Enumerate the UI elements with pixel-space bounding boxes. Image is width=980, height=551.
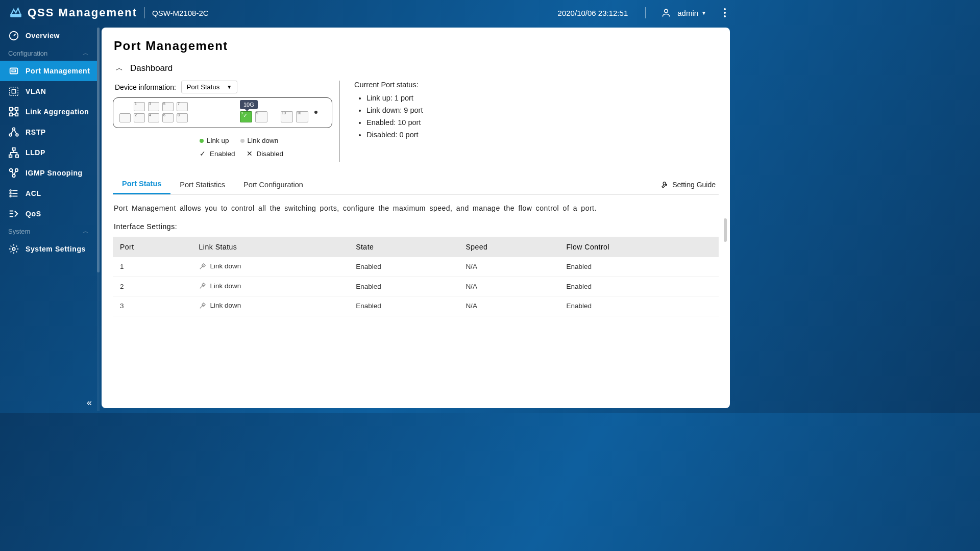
sidebar-section-configuration[interactable]: Configuration ︿ [0,46,97,61]
port-status-summary: Current Port status: Link up: 1 port Lin… [354,81,423,162]
col-port: Port [113,237,192,257]
sidebar-item-igmp-snooping[interactable]: IGMP Snooping [0,163,97,183]
list-icon [8,188,19,199]
svg-point-21 [10,193,11,194]
dot-grey-icon [240,139,244,143]
sidebar-item-qos[interactable]: QoS [0,204,97,224]
svg-rect-15 [9,155,12,158]
tab-port-configuration[interactable]: Port Configuration [234,176,312,194]
svg-rect-10 [15,113,18,116]
user-icon [661,8,671,18]
table-row[interactable]: 1Link downEnabledN/AEnabled [113,257,719,277]
tab-port-status[interactable]: Port Status [113,174,170,194]
description-text: Port Management allows you to control al… [114,204,718,212]
port-slot[interactable] [119,113,131,122]
svg-point-1 [665,9,668,13]
tab-port-statistics[interactable]: Port Statistics [170,176,234,194]
gear-icon [8,243,19,255]
topology-icon [8,147,19,158]
vlan-icon [8,86,19,97]
header-divider [144,7,145,18]
svg-rect-4 [12,70,15,72]
clock: 2020/10/06 23:12:51 [558,9,628,17]
app-header: QSS Management QSW-M2108-2C 2020/10/06 2… [0,0,735,26]
col-speed: Speed [458,237,559,257]
snooping-icon [8,167,19,179]
caret-down-icon: ▼ [701,10,706,16]
user-menu[interactable]: admin ▼ [661,8,706,18]
device-model: QSW-M2108-2C [152,9,209,17]
collapse-sidebar-icon[interactable]: « [87,397,92,408]
app-title: QSS Management [28,6,137,19]
svg-point-19 [12,174,15,178]
tab-bar: Port Status Port Statistics Port Configu… [113,174,719,195]
col-state: State [349,237,458,257]
port-10b[interactable]: 10 [296,111,308,122]
chevron-up-icon: ︿ [83,49,89,58]
check-icon: Enabled [200,147,235,161]
svg-rect-16 [16,155,18,158]
wrench-icon [661,181,669,189]
port-4[interactable]: 4 [148,113,159,122]
table-row[interactable]: 3Link downEnabledN/AEnabled [113,296,719,316]
svg-rect-5 [10,87,18,96]
chevron-up-icon: ︿ [83,227,89,236]
svg-point-22 [10,195,11,197]
port-icon [8,65,19,77]
sidebar-item-lldp[interactable]: LLDP [0,142,97,163]
sidebar-scrollbar[interactable] [97,28,100,411]
chevron-up-icon: ︿ [116,64,123,73]
port-9b[interactable]: 9 [255,111,267,122]
sidebar-item-port-management[interactable]: Port Management [0,61,97,81]
sidebar-item-rstp[interactable]: RSTP [0,122,97,142]
tree-icon [8,127,19,138]
port-10[interactable]: 10 [281,111,293,122]
sidebar-item-overview[interactable]: Overview [0,26,97,46]
dashboard-toggle[interactable]: ︿ Dashboard [113,63,719,73]
interface-settings-label: Interface Settings: [113,222,719,231]
sidebar-item-link-aggregation[interactable]: Link Aggregation [0,102,97,122]
svg-rect-6 [12,89,15,93]
svg-rect-7 [10,108,13,111]
svg-rect-3 [10,68,18,74]
dot-green-icon [200,139,204,143]
col-link-status: Link Status [192,237,349,257]
table-row[interactable]: 2Link downEnabledN/AEnabled [113,277,719,296]
port-9[interactable]: 9 [240,111,252,122]
port-8[interactable]: 8 [177,113,188,122]
svg-point-23 [12,247,15,251]
svg-rect-14 [12,148,15,151]
sidebar-item-system-settings[interactable]: System Settings [0,239,97,259]
header-divider [645,7,646,18]
switch-diagram: 12 34 56 78 10G 9 9 10 10 [113,97,332,128]
port-6[interactable]: 6 [162,113,174,122]
port-1[interactable]: 1 [134,102,145,111]
port-3[interactable]: 3 [148,102,159,111]
caret-down-icon: ▼ [227,84,232,90]
setting-guide-link[interactable]: Setting Guide [661,181,719,189]
sidebar-item-vlan[interactable]: VLAN [0,81,97,102]
svg-rect-8 [15,108,18,111]
vertical-divider [339,81,340,162]
sidebar-item-acl[interactable]: ACL [0,183,97,204]
port-2[interactable]: 2 [134,113,145,122]
svg-point-20 [10,190,11,191]
qos-icon [8,208,19,219]
port-7[interactable]: 7 [177,102,188,111]
sidebar-section-system[interactable]: System ︿ [0,224,97,239]
user-name: admin [677,9,698,17]
aggregation-icon [8,106,19,117]
legend: Link up Link down Enabled Disabled [113,134,332,160]
svg-rect-0 [10,14,21,17]
app-logo-icon [9,6,22,19]
sidebar: Overview Configuration ︿ Port Management… [0,26,97,413]
content-scrollbar[interactable] [724,218,727,405]
speed-badge: 10G [240,100,258,109]
svg-rect-9 [10,113,13,116]
power-dot-icon [314,111,317,114]
device-info-label: Device information: [115,83,176,91]
port-5[interactable]: 5 [162,102,174,111]
more-menu-icon[interactable] [724,8,726,17]
device-info-select[interactable]: Port Status ▼ [181,81,237,93]
page-title: Port Management [114,39,719,53]
